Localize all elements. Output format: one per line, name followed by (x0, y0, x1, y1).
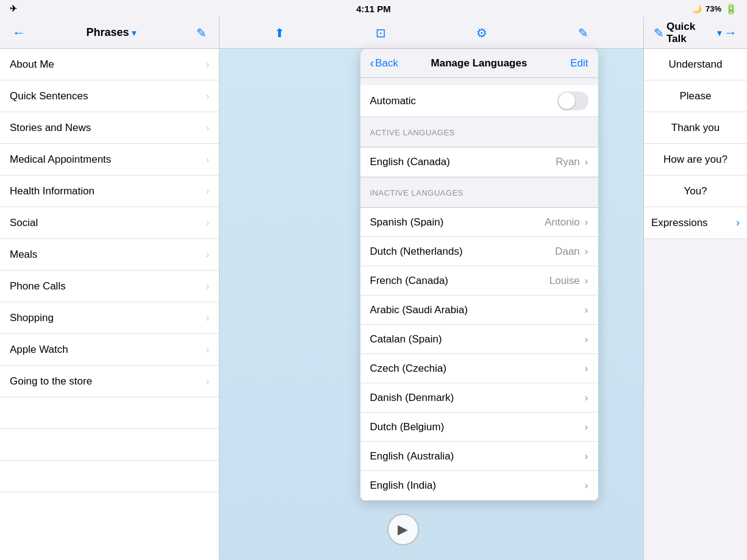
list-item[interactable]: Medical Appointments › (0, 144, 219, 175)
list-item[interactable]: Going to the store › (0, 366, 219, 397)
item-label: Meals (10, 249, 37, 261)
language-row-right: Daan › (555, 246, 588, 258)
share-button[interactable]: ⬆ (270, 23, 290, 43)
language-row-right: › (585, 421, 588, 433)
airplane-icon: ✈ (10, 4, 17, 13)
battery-percentage: 73% (706, 4, 721, 13)
chevron-right-icon: › (206, 376, 209, 387)
automatic-label: Automatic (370, 95, 416, 107)
active-language-row[interactable]: English (Canada) Ryan › (360, 147, 598, 177)
right-toolbar: ✎ Quick Talk ▾ → (644, 17, 747, 49)
chevron-right-icon: › (736, 216, 740, 229)
language-name: Czech (Czechia) (370, 363, 447, 375)
play-button[interactable]: ▶ (387, 514, 419, 545)
language-row-right: › (585, 480, 588, 492)
back-icon: ← (12, 25, 26, 41)
chevron-right-icon: › (206, 249, 209, 260)
inactive-language-row[interactable]: Czech (Czechia) › (360, 354, 598, 383)
list-item[interactable]: Health Information › (0, 175, 219, 207)
inactive-language-row[interactable]: English (India) › (360, 471, 598, 500)
quick-talk-item[interactable]: Understand (644, 49, 747, 80)
language-name: English (Australia) (370, 450, 454, 463)
list-item[interactable]: Social › (0, 207, 219, 239)
quick-talk-list: Understand Please Thank you How are you?… (644, 49, 747, 560)
list-item[interactable]: Apple Watch › (0, 334, 219, 366)
active-languages-header: ACTIVE LANGUAGES (360, 123, 598, 140)
item-label: Going to the store (10, 375, 92, 388)
inactive-language-row[interactable]: Arabic (Saudi Arabia) › (360, 296, 598, 325)
list-item[interactable]: Phone Calls › (0, 271, 219, 302)
inactive-language-row[interactable]: English (Australia) › (360, 442, 598, 471)
inactive-language-row[interactable]: Danish (Denmark) › (360, 383, 598, 413)
language-name: English (Canada) (370, 156, 450, 168)
chevron-right-icon: › (585, 275, 588, 287)
quick-talk-item[interactable]: Thank you (644, 112, 747, 144)
language-name: Catalan (Spain) (370, 333, 442, 346)
list-item[interactable]: Meals › (0, 239, 219, 271)
app-container: ← Phrases ▾ ✎ About Me › Quick Sentences… (0, 17, 747, 560)
language-row-right: Ryan › (556, 156, 588, 168)
phrases-title: Phrases (86, 26, 129, 39)
left-panel-title[interactable]: Phrases ▾ (86, 26, 135, 39)
inactive-language-row[interactable]: French (Canada) Louise › (360, 266, 598, 296)
item-label: Phone Calls (10, 280, 66, 292)
list-item[interactable]: About Me › (0, 49, 219, 80)
left-panel: ← Phrases ▾ ✎ About Me › Quick Sentences… (0, 17, 220, 560)
language-row-right: › (585, 333, 588, 346)
back-chevron-icon: ‹ (370, 56, 374, 70)
chevron-right-icon: › (585, 421, 588, 433)
quick-talk-item[interactable]: You? (644, 175, 747, 207)
empty-row (0, 397, 219, 429)
right-edit-button[interactable]: ✎ (651, 26, 667, 40)
edit-label[interactable]: Edit (570, 57, 588, 69)
inactive-language-row[interactable]: Catalan (Spain) › (360, 325, 598, 354)
quick-talk-item-expressions[interactable]: Expressions › (644, 207, 747, 239)
inactive-language-row[interactable]: Dutch (Netherlands) Daan › (360, 237, 598, 266)
share-icon: ⬆ (274, 26, 285, 40)
quick-talk-title[interactable]: Quick Talk ▾ (667, 21, 721, 45)
edit-icon: ✎ (654, 26, 664, 40)
language-name: Dutch (Belgium) (370, 421, 445, 433)
quick-talk-item[interactable]: Please (644, 80, 747, 112)
mask-button[interactable]: ⊡ (371, 23, 391, 43)
list-item[interactable]: Stories and News › (0, 112, 219, 144)
automatic-toggle-row: Automatic (360, 85, 598, 117)
chevron-right-icon: › (206, 186, 209, 197)
forward-button[interactable]: → (721, 25, 740, 41)
manage-languages-panel: ‹ Back Manage Languages Edit Automatic A… (360, 49, 598, 501)
item-label: Shopping (10, 312, 54, 324)
item-label: Health Information (10, 185, 95, 197)
chevron-right-icon: › (206, 218, 209, 229)
settings-button[interactable]: ⚙ (471, 23, 492, 43)
list-item[interactable]: Quick Sentences › (0, 80, 219, 112)
item-label: You? (684, 185, 707, 197)
language-name: Danish (Denmark) (370, 392, 454, 404)
chevron-right-icon: › (585, 304, 588, 316)
center-toolbar: ⬆ ⊡ ⚙ ✎ (220, 17, 643, 49)
item-label: Thank you (671, 122, 720, 134)
inactive-language-row[interactable]: Spanish (Spain) Antonio › (360, 208, 598, 237)
battery-icon: 🔋 (725, 3, 737, 15)
language-name: French (Canada) (370, 275, 449, 287)
back-button[interactable]: ‹ Back (370, 56, 398, 70)
chevron-right-icon: › (585, 156, 588, 168)
quick-talk-label: Quick Talk (667, 21, 715, 45)
inactive-language-row[interactable]: Dutch (Belgium) › (360, 413, 598, 442)
language-name: English (India) (370, 480, 437, 492)
back-button[interactable]: ← (7, 23, 30, 43)
quick-talk-item[interactable]: How are you? (644, 144, 747, 175)
automatic-toggle[interactable] (557, 91, 588, 110)
voice-name: Louise (549, 275, 580, 287)
language-row-right: › (585, 450, 588, 463)
list-item[interactable]: Shopping › (0, 302, 219, 334)
language-name: Spanish (Spain) (370, 216, 444, 229)
language-row-right: Antonio › (545, 216, 588, 229)
language-row-right: › (585, 392, 588, 404)
inactive-languages-header: INACTIVE LANGUAGES (360, 183, 598, 200)
center-edit-button[interactable]: ✎ (573, 23, 593, 43)
edit-button[interactable]: ✎ (191, 23, 212, 43)
status-time: 4:11 PM (356, 4, 391, 14)
chevron-right-icon: › (585, 246, 588, 258)
chevron-right-icon: › (206, 59, 209, 70)
item-label: Stories and News (10, 122, 91, 134)
